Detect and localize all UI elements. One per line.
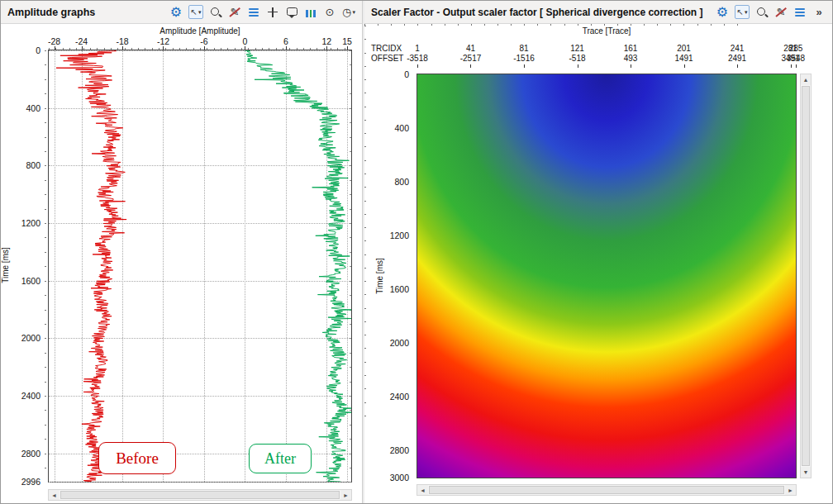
trace-after [245,50,351,482]
amplitude-plot[interactable]: Before After [48,50,352,483]
trcidx-value: 201 [677,44,691,53]
scaler-vertical-scrollbar[interactable]: ▲ ▼ [800,74,812,478]
trcidx-edge-value: 285 [789,44,803,53]
zoom-icon[interactable] [755,6,769,19]
scroll-left-button[interactable]: ◄ [49,490,60,500]
y-tick-label: 3000 [390,473,409,483]
y-tick-label: 1200 [390,231,409,240]
scaler-chart-area: Trace [Trace] TRCIDX OFFSET 141811211612… [364,24,832,503]
x-tick-mark [417,64,418,68]
scaler-heatmap[interactable] [416,74,797,478]
offset-value: -518 [569,54,585,63]
y-tick-label: 2000 [21,333,40,343]
x-tick-mark [796,64,797,68]
y-tick-label: 2400 [21,391,40,401]
amplitude-y-minor-ticks [45,50,46,482]
scaler-x-minor-ticks [364,24,743,26]
amplitude-chart-area: Amplitude [Amplitude] -28-24-18-12-60612… [1,24,362,503]
app-window: Amplitude graphs ⚙↖▾✎⊙◷▾ Amplitude [Ampl… [0,0,833,504]
x-tick-mark [791,64,792,68]
crosshair-icon[interactable] [266,6,279,19]
annotation-icon[interactable] [285,6,298,19]
more-tools-icon[interactable]: » [812,6,826,19]
offset-values-row: -3518-2517-1516-5184931491249134913548 [417,54,796,63]
amplitude-panel-toolbar: ⚙↖▾✎⊙◷▾ [169,5,355,19]
x-tick-mark [631,64,631,68]
scaler-panel-title: Scaler Factor - Output scaler factor [ S… [371,7,702,18]
pointer-mode-icon[interactable]: ↖▾ [188,5,203,19]
trace-before [56,50,126,482]
x-tick-label: -6 [200,36,207,46]
trcidx-value: 241 [731,44,745,53]
legend-after-label: After [264,450,296,468]
time-tool-glyph: ◷ [342,7,351,17]
scaler-horizontal-scrollbar[interactable]: ◄ ► [416,484,797,496]
y-tick-label: 800 [26,160,40,170]
x-tick-label: -18 [116,36,128,46]
x-tick-label: 6 [283,36,288,46]
scaler-panel-toolbar: ⚙↖▾✎» [716,5,826,19]
amplitude-x-axis-ticks: -28-24-18-12-6061215 [49,36,351,46]
amplitude-graphs-panel: Amplitude graphs ⚙↖▾✎⊙◷▾ Amplitude [Ampl… [1,1,362,503]
y-tick-label: 2400 [390,392,409,402]
settings-icon[interactable]: ⚙ [716,6,729,19]
y-tick-label: 2800 [390,445,409,455]
scroll-up-button[interactable]: ▲ [801,74,811,85]
draw-icon[interactable]: ✎ [228,6,241,19]
amplitude-horizontal-scrollbar[interactable]: ◄ ► [48,489,352,501]
export-chart-icon[interactable] [304,6,317,19]
horizontal-gridline [49,482,351,483]
y-tick-label: 400 [26,103,40,113]
layers-icon[interactable] [793,6,807,19]
scaler-y-axis-ticks: 0400800120016002000240028003000 [384,74,412,478]
amplitude-x-axis-title: Amplitude [Amplitude] [48,26,352,36]
zoom-area-glyph: ⊙ [326,7,335,17]
y-tick-label: 2000 [390,338,409,348]
pointer-mode-icon[interactable]: ↖▾ [735,5,750,19]
trcidx-value: 81 [519,44,528,53]
scaler-factor-panel: Scaler Factor - Output scaler factor [ S… [364,1,832,503]
zoom-icon[interactable] [209,6,222,19]
x-tick-label: -12 [157,36,169,46]
x-tick-label: -24 [75,36,88,46]
y-tick-label: 1200 [21,218,40,228]
scaler-x-axis-title: Trace [Trace] [416,26,797,36]
legend-before: Before [98,442,176,474]
x-tick-mark [470,64,471,68]
zoom-area-icon[interactable]: ⊙ [323,6,336,19]
y-tick-label: 800 [394,177,409,187]
scrollbar-thumb[interactable] [802,86,810,466]
scrollbar-thumb[interactable] [429,486,784,494]
offset-value: -2517 [460,54,482,63]
draw-icon[interactable]: ✎ [774,6,788,19]
legend-before-label: Before [116,449,159,468]
offset-value: 1491 [674,54,693,63]
time-tool-icon[interactable]: ◷▾ [342,6,355,19]
amplitude-panel-titlebar: Amplitude graphs ⚙↖▾✎⊙◷▾ [1,1,362,24]
x-tick-label: 12 [321,36,331,46]
scroll-right-button[interactable]: ► [340,490,351,500]
trcidx-value: 121 [570,44,584,53]
scroll-right-button[interactable]: ► [785,485,796,495]
scaler-x-axis-tickmarks [417,64,796,68]
settings-glyph: ⚙ [716,6,728,19]
pointer-mode-glyph: ↖ [737,8,744,17]
scrollbar-thumb[interactable] [60,491,340,499]
pointer-mode-glyph: ↖ [191,8,198,17]
dropdown-caret-icon[interactable]: ▾ [198,9,202,16]
dropdown-caret-icon[interactable]: ▾ [745,9,748,16]
draw-glyph: ✎ [231,7,240,17]
scaler-y-minor-ticks [364,26,366,429]
settings-icon[interactable]: ⚙ [169,6,183,19]
scroll-left-button[interactable]: ◄ [417,485,428,495]
scaler-panel-titlebar: Scaler Factor - Output scaler factor [ S… [364,1,832,24]
x-tick-mark [737,64,738,68]
trcidx-value: 41 [466,44,475,53]
layers-icon[interactable] [247,6,260,19]
amplitude-panel-title: Amplitude graphs [7,7,95,18]
trcidx-value: 1 [415,44,420,53]
scroll-down-button[interactable]: ▼ [801,467,811,478]
dropdown-caret-icon[interactable]: ▾ [352,9,355,16]
y-tick-label: 0 [404,69,409,79]
x-tick-label: 0 [242,36,247,46]
